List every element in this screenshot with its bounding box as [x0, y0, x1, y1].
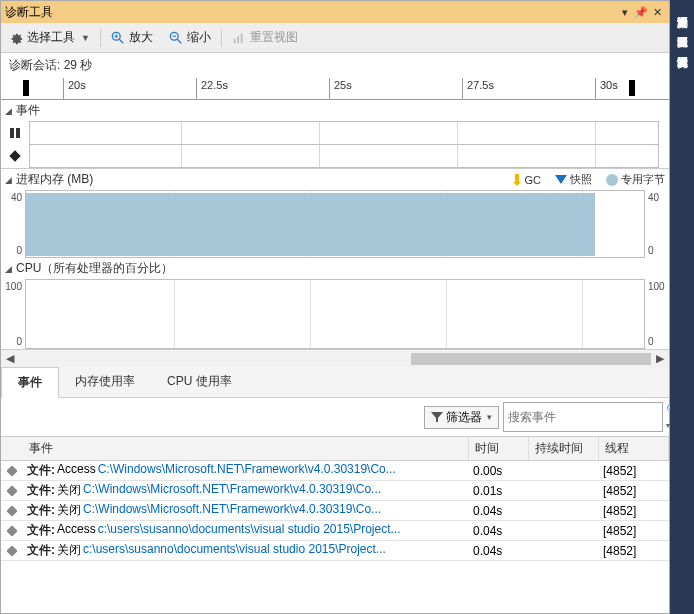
svg-rect-13	[515, 174, 519, 182]
event-prefix: 文件:	[27, 502, 55, 519]
table-row[interactable]: 文件:Access c:\users\susanno\documents\vis…	[1, 521, 669, 541]
event-cell: 文件:关闭 c:\users\susanno\documents\visual …	[23, 539, 469, 562]
search-box[interactable]: 🔍▾	[503, 402, 663, 432]
table-row[interactable]: 文件:Access C:\Windows\Microsoft.NET\Frame…	[1, 461, 669, 481]
cpu-section-label: CPU（所有处理器的百分比）	[16, 260, 173, 277]
column-thread[interactable]: 线程	[599, 437, 669, 460]
close-icon[interactable]: ✕	[649, 6, 665, 19]
event-path-link[interactable]: c:\users\susanno\documents\visual studio…	[98, 522, 401, 539]
svg-rect-17	[7, 466, 17, 476]
events-section-label: 事件	[16, 102, 40, 119]
ruler-tick: 20s	[63, 78, 86, 99]
session-info: 诊断会话: 29 秒	[1, 53, 669, 78]
column-duration[interactable]: 持续时间	[529, 437, 599, 460]
time-cell: 0.04s	[469, 541, 529, 561]
gc-marker-icon	[512, 174, 522, 186]
reset-view-button[interactable]: 重置视图	[224, 23, 306, 52]
table-row[interactable]: 文件:关闭 c:\users\susanno\documents\visual …	[1, 541, 669, 561]
side-tab-solution-explorer[interactable]: 解决方案资源管理器	[670, 0, 694, 16]
toolbar-separator	[100, 29, 101, 47]
table-row[interactable]: 文件:关闭 C:\Windows\Microsoft.NET\Framework…	[1, 481, 669, 501]
event-path-link[interactable]: C:\Windows\Microsoft.NET\Framework\v4.0.…	[83, 482, 381, 499]
scroll-right-icon[interactable]: ▶	[651, 352, 669, 365]
svg-rect-21	[7, 546, 17, 556]
ruler-tick: 25s	[329, 78, 352, 99]
time-cell: 0.00s	[469, 461, 529, 481]
zoom-in-button[interactable]: 放大	[103, 23, 161, 52]
svg-rect-7	[234, 38, 236, 42]
filter-icon	[431, 411, 443, 423]
select-tool-button[interactable]: 选择工具 ▼	[1, 23, 98, 52]
events-lane[interactable]	[29, 144, 659, 168]
cpu-chart-area[interactable]	[25, 279, 645, 349]
scroll-left-icon[interactable]: ◀	[1, 352, 19, 365]
legend-snapshot: 快照	[555, 172, 592, 187]
event-prefix: 文件:	[27, 522, 55, 539]
memory-section-header[interactable]: ◢ 进程内存 (MB) GC 快照 专用字节	[1, 169, 669, 190]
session-value: 29 秒	[64, 58, 93, 72]
filter-button[interactable]: 筛选器 ▾	[424, 406, 499, 429]
event-type-icon	[1, 486, 23, 496]
events-section-header[interactable]: ◢ 事件	[1, 100, 669, 121]
zoom-in-icon	[111, 31, 125, 45]
side-tab-live-property-explorer[interactable]: 实时属性资源管理器	[670, 40, 694, 56]
thread-cell: [4852]	[599, 461, 669, 481]
event-action: Access	[57, 522, 96, 539]
scrollbar-track[interactable]	[19, 353, 651, 365]
reset-view-icon	[232, 31, 246, 45]
memory-chart-area[interactable]	[25, 190, 645, 258]
tab-cpu-usage[interactable]: CPU 使用率	[151, 367, 248, 397]
event-action: 关闭	[57, 542, 81, 559]
event-action: 关闭	[57, 482, 81, 499]
ruler-start-marker[interactable]	[23, 80, 29, 96]
memory-axis-right: 40 0	[645, 190, 669, 258]
duration-cell	[529, 468, 599, 474]
events-lane[interactable]	[29, 121, 659, 144]
side-tab-team-explorer[interactable]: 团队资源管理器	[670, 20, 694, 36]
zoom-out-button[interactable]: 缩小	[161, 23, 219, 52]
scrollbar-thumb[interactable]	[411, 353, 651, 365]
tab-memory-usage[interactable]: 内存使用率	[59, 367, 151, 397]
svg-rect-10	[10, 128, 14, 138]
column-event[interactable]: 事件	[23, 437, 469, 460]
event-type-icon	[1, 546, 23, 556]
snapshot-marker-icon	[555, 175, 567, 185]
chevron-down-icon: ▾	[487, 412, 492, 422]
svg-marker-16	[431, 412, 443, 422]
event-action: Access	[57, 462, 96, 479]
ruler-end-marker[interactable]	[629, 80, 635, 96]
tab-events[interactable]: 事件	[1, 367, 59, 398]
events-grid-body[interactable]: 文件:Access C:\Windows\Microsoft.NET\Frame…	[1, 461, 669, 613]
duration-cell	[529, 528, 599, 534]
timeline-scrollbar[interactable]: ◀ ▶	[1, 349, 669, 367]
svg-rect-9	[241, 33, 243, 43]
cpu-section-header[interactable]: ◢ CPU（所有处理器的百分比）	[1, 258, 669, 279]
filter-row: 筛选器 ▾ 🔍▾	[1, 398, 669, 437]
select-tool-label: 选择工具	[27, 29, 75, 46]
toolbar-separator	[221, 29, 222, 47]
timeline-ruler[interactable]: 20s 22.5s 25s 27.5s 30s	[1, 78, 669, 100]
event-type-icon	[1, 506, 23, 516]
thread-cell: [4852]	[599, 541, 669, 561]
pin-icon[interactable]: 📌	[633, 6, 649, 19]
search-input[interactable]	[504, 408, 662, 426]
pause-icon[interactable]	[9, 127, 21, 139]
collapse-icon: ◢	[5, 106, 12, 116]
legend-gc: GC	[512, 174, 542, 186]
svg-rect-18	[7, 486, 17, 496]
event-path-link[interactable]: C:\Windows\Microsoft.NET\Framework\v4.0.…	[83, 502, 381, 519]
event-path-link[interactable]: C:\Windows\Microsoft.NET\Framework\v4.0.…	[98, 462, 396, 479]
svg-marker-15	[555, 175, 567, 184]
event-path-link[interactable]: c:\users\susanno\documents\visual studio…	[83, 542, 386, 559]
event-type-icon	[1, 526, 23, 536]
window-menu-icon[interactable]: ▾	[617, 6, 633, 19]
memory-series-fill	[26, 193, 595, 256]
toolbar: 选择工具 ▼ 放大 缩小 重置视图	[1, 23, 669, 53]
memory-chart: 40 0 40 0	[1, 190, 669, 258]
ruler-tick: 22.5s	[196, 78, 228, 99]
table-row[interactable]: 文件:关闭 C:\Windows\Microsoft.NET\Framework…	[1, 501, 669, 521]
ruler-tick: 30s	[595, 78, 618, 99]
diamond-icon[interactable]	[9, 150, 21, 162]
time-cell: 0.04s	[469, 521, 529, 541]
column-time[interactable]: 时间	[469, 437, 529, 460]
